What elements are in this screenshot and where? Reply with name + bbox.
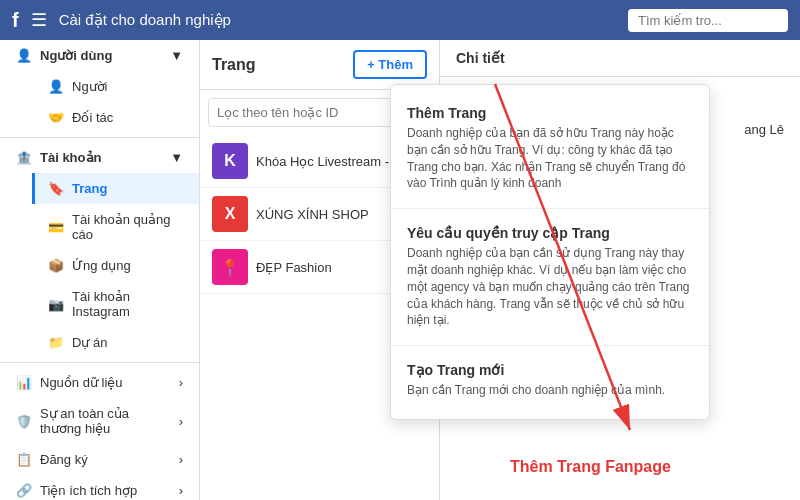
sidebar-label-ung-dung: Ứng dụng xyxy=(72,258,131,273)
menu-icon[interactable]: ☰ xyxy=(31,9,47,31)
dropdown-item-0[interactable]: Thêm Trang Doanh nghiệp của bạn đã sở hữ… xyxy=(391,93,709,204)
dropdown-item-title-1: Yêu cầu quyền truy cập Trang xyxy=(407,225,693,241)
search-input[interactable] xyxy=(628,9,788,32)
partner-icon: 🤝 xyxy=(48,110,64,125)
sidebar-item-dang-ky[interactable]: 📋 Đăng ký › xyxy=(0,444,199,475)
dropdown-item-2[interactable]: Tạo Trang mới Bạn cần Trang mới cho doan… xyxy=(391,350,709,411)
sidebar-item-nguoi-dung[interactable]: 👤 Người dùng ▼ xyxy=(0,40,199,71)
sidebar: 👤 Người dùng ▼ 👤 Người 🤝 Đối tác 🏦 Tài k… xyxy=(0,40,200,500)
dropdown-item-desc-2: Bạn cần Trang mới cho doanh nghiệp của m… xyxy=(407,382,693,399)
sidebar-label-du-an: Dự án xyxy=(72,335,107,350)
page-icon: 🔖 xyxy=(48,181,64,196)
account-icon: 🏦 xyxy=(16,150,32,165)
detail-header: Chi tiết xyxy=(440,40,800,77)
sidebar-label-nguoi-dung: Người dùng xyxy=(40,48,112,63)
page-avatar-2: X xyxy=(212,196,248,232)
sidebar-label-dang-ky: Đăng ký xyxy=(40,452,171,467)
arrow-icon-3: › xyxy=(179,483,183,498)
sidebar-item-ung-dung[interactable]: 📦 Ứng dụng xyxy=(32,250,199,281)
sidebar-item-nguoi[interactable]: 👤 Người xyxy=(32,71,199,102)
user-icon: 👤 xyxy=(16,48,32,63)
chevron-icon: ▼ xyxy=(170,48,183,63)
topbar: f ☰ Cài đặt cho doanh nghiệp xyxy=(0,0,800,40)
sidebar-label-trang: Trang xyxy=(72,181,107,196)
page-avatar-1: K xyxy=(212,143,248,179)
main-content: Trang + Thêm K Khóa Học Livestream - Hoc… xyxy=(200,40,800,500)
dropdown-item-desc-0: Doanh nghiệp của bạn đã sở hữu Trang này… xyxy=(407,125,693,192)
page-name-2: XÚNG XÍNH SHOP xyxy=(256,207,369,222)
instagram-icon: 📷 xyxy=(48,297,64,312)
person-icon: 👤 xyxy=(48,79,64,94)
dropdown-item-desc-1: Doanh nghiệp của bạn cần sử dụng Trang n… xyxy=(407,245,693,329)
detail-bottom-text: ang Lê xyxy=(744,122,784,137)
dropdown-item-title-2: Tạo Trang mới xyxy=(407,362,693,378)
sidebar-label-nguon-du-lieu: Nguồn dữ liệu xyxy=(40,375,171,390)
sidebar-label-tien-ich: Tiện ích tích hợp xyxy=(40,483,171,498)
add-button[interactable]: + Thêm xyxy=(353,50,427,79)
sidebar-label-tai-khoan-ig: Tài khoản Instagram xyxy=(72,289,183,319)
sidebar-label-tai-khoan-qc: Tài khoản quảng cáo xyxy=(72,212,183,242)
sidebar-item-du-an[interactable]: 📁 Dự án xyxy=(32,327,199,358)
page-name-3: ĐẸP Fashion xyxy=(256,260,332,275)
sidebar-group-tai-khoan[interactable]: 🏦 Tài khoản ▼ xyxy=(0,142,199,173)
sidebar-item-nguon-du-lieu[interactable]: 📊 Nguồn dữ liệu › xyxy=(0,367,199,398)
sidebar-label-su-an-toan: Sự an toàn của thương hiệu xyxy=(40,406,171,436)
sidebar-item-tien-ich[interactable]: 🔗 Tiện ích tích hợp › xyxy=(0,475,199,500)
sidebar-item-doi-tac[interactable]: 🤝 Đối tác xyxy=(32,102,199,133)
sidebar-label-doi-tac: Đối tác xyxy=(72,110,113,125)
sidebar-item-trang[interactable]: 🔖 Trang xyxy=(32,173,199,204)
ad-account-icon: 💳 xyxy=(48,220,64,235)
topbar-title: Cài đặt cho doanh nghiệp xyxy=(59,11,616,29)
dropdown-popup: Thêm Trang Doanh nghiệp của bạn đã sở hữ… xyxy=(390,84,710,420)
register-icon: 📋 xyxy=(16,452,32,467)
sidebar-label-nguoi: Người xyxy=(72,79,108,94)
sidebar-item-tai-khoan-ig[interactable]: 📷 Tài khoản Instagram xyxy=(32,281,199,327)
integration-icon: 🔗 xyxy=(16,483,32,498)
data-icon: 📊 xyxy=(16,375,32,390)
shield-icon: 🛡️ xyxy=(16,414,32,429)
page-list-header: Trang + Thêm xyxy=(200,40,439,90)
annotation-text: Thêm Trang Fanpage xyxy=(510,458,671,476)
dropdown-item-1[interactable]: Yêu cầu quyền truy cập Trang Doanh nghiệ… xyxy=(391,213,709,341)
arrow-icon-0: › xyxy=(179,375,183,390)
page-list-title: Trang xyxy=(212,56,256,74)
project-icon: 📁 xyxy=(48,335,64,350)
facebook-logo: f xyxy=(12,9,19,32)
arrow-icon-2: › xyxy=(179,452,183,467)
page-avatar-3: 📍 xyxy=(212,249,248,285)
sidebar-item-tai-khoan-qc[interactable]: 💳 Tài khoản quảng cáo xyxy=(32,204,199,250)
dropdown-item-title-0: Thêm Trang xyxy=(407,105,693,121)
sidebar-item-su-an-toan[interactable]: 🛡️ Sự an toàn của thương hiệu › xyxy=(0,398,199,444)
arrow-icon-1: › xyxy=(179,414,183,429)
app-icon: 📦 xyxy=(48,258,64,273)
chevron-tai-khoan-icon: ▼ xyxy=(170,150,183,165)
sidebar-label-tai-khoan: Tài khoản xyxy=(40,150,101,165)
